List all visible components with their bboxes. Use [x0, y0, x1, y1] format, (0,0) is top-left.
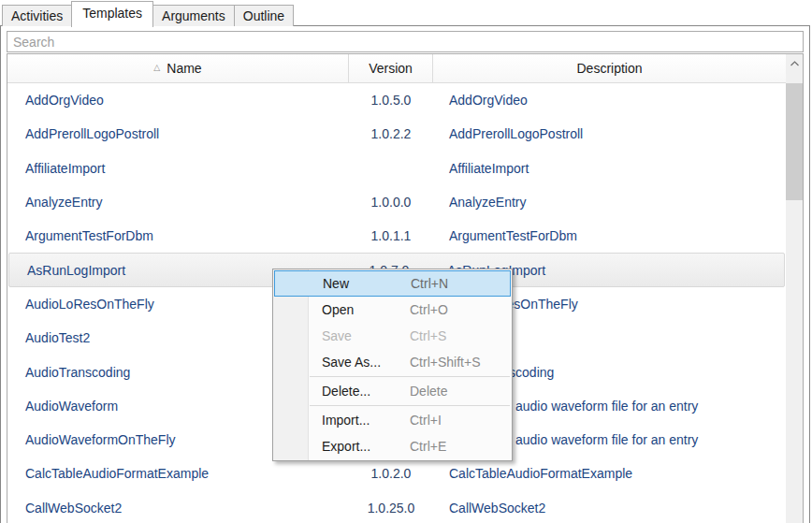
context-menu-item[interactable]: Import... Ctrl+I [273, 407, 512, 433]
tab-strip: Activities Templates Arguments Outline [0, 0, 810, 26]
templates-window: Activities Templates Arguments Outline △… [0, 0, 812, 523]
table-row[interactable]: CalcTableAudioFormatExample 1.0.2.0 Calc… [7, 457, 786, 490]
table-row[interactable]: ArgumentTestForDbm 1.0.1.1 ArgumentTestF… [7, 219, 786, 253]
context-menu-item[interactable]: Save As... Ctrl+Shift+S [273, 349, 512, 375]
menu-item-shortcut: Ctrl+O [410, 297, 448, 323]
menu-item-shortcut: Ctrl+N [411, 271, 448, 296]
menu-item-label: Save As... [322, 349, 381, 375]
menu-item-shortcut: Ctrl+Shift+S [410, 349, 480, 375]
menu-item-label: New [323, 271, 349, 296]
column-header-name-label: Name [167, 61, 201, 76]
chevron-up-icon [790, 61, 799, 66]
search-input[interactable] [7, 31, 804, 52]
context-menu-items: New Ctrl+N Open Ctrl+O Save Ctrl+S Save … [273, 270, 512, 459]
menu-item-label: Open [322, 297, 354, 323]
tab-arguments[interactable]: Arguments [152, 5, 235, 26]
template-version-cell: 1.0.2.0 [349, 466, 433, 481]
template-version-cell: 1.0.0.0 [349, 195, 433, 210]
menu-item-label: Save [322, 323, 352, 349]
scrollbar-thumb[interactable] [786, 83, 803, 200]
vertical-scrollbar[interactable] [786, 54, 803, 523]
template-description-cell: AddPrerollLogoPostroll [433, 126, 786, 141]
menu-item-shortcut: Ctrl+I [410, 407, 442, 433]
template-name-cell: AddPrerollLogoPostroll [7, 126, 349, 141]
menu-item-shortcut: Delete [410, 378, 447, 404]
context-menu-item[interactable]: Open Ctrl+O [273, 297, 512, 323]
template-version-cell: 1.0.5.0 [349, 93, 433, 108]
menu-item-label: Import... [322, 407, 370, 433]
column-header-description-label: Description [576, 61, 642, 76]
template-description-cell: ArgumentTestForDbm [433, 228, 786, 243]
template-description-cell: CallWebSocket2 [433, 501, 786, 516]
menu-item-shortcut: Ctrl+S [410, 323, 446, 349]
table-row[interactable]: AddPrerollLogoPostroll 1.0.2.2 AddPrerol… [7, 117, 786, 151]
menu-item-label: Export... [322, 433, 370, 459]
context-menu-item[interactable]: Export... Ctrl+E [273, 433, 512, 459]
template-name-cell: AnalyzeEntry [7, 195, 349, 210]
template-name-cell: ArgumentTestForDbm [7, 228, 349, 243]
tab-templates[interactable]: Templates [71, 1, 153, 27]
template-description-cell: CalcTableAudioFormatExample [433, 466, 786, 481]
table-row[interactable]: AffiliateImport AffiliateImport [7, 152, 786, 185]
template-description-cell: AddOrgVideo [433, 93, 786, 108]
menu-separator [310, 405, 510, 406]
scroll-up-button[interactable] [786, 54, 803, 73]
menu-separator [310, 376, 510, 377]
template-version-cell: 1.0.25.0 [349, 501, 433, 516]
table-row[interactable]: AnalyzeEntry 1.0.0.0 AnalyzeEntry [7, 185, 786, 219]
template-name-cell: CallWebSocket2 [7, 501, 349, 516]
template-name-cell: AddOrgVideo [7, 93, 349, 108]
context-menu: New Ctrl+N Open Ctrl+O Save Ctrl+S Save … [272, 269, 513, 461]
menu-item-shortcut: Ctrl+E [410, 433, 446, 459]
table-row[interactable]: CallWebSocket2 1.0.25.0 CallWebSocket2 [7, 491, 786, 523]
template-version-cell: 1.0.1.1 [349, 228, 433, 243]
template-name-cell: CalcTableAudioFormatExample [7, 466, 349, 481]
context-menu-item[interactable]: New Ctrl+N [274, 270, 511, 297]
table-header: △ Name Version Description [7, 54, 786, 83]
column-header-name[interactable]: △ Name [7, 54, 349, 82]
context-menu-item[interactable]: Delete... Delete [273, 378, 512, 404]
template-description-cell: AnalyzeEntry [433, 195, 786, 210]
tab-activities[interactable]: Activities [2, 5, 72, 26]
tab-outline[interactable]: Outline [234, 5, 294, 26]
menu-item-label: Delete... [322, 378, 370, 404]
column-header-description[interactable]: Description [433, 54, 786, 82]
table-row[interactable]: AddOrgVideo 1.0.5.0 AddOrgVideo [7, 83, 786, 117]
template-version-cell: 1.0.2.2 [349, 126, 433, 141]
column-header-version-label: Version [369, 61, 413, 76]
template-name-cell: AffiliateImport [7, 161, 349, 176]
sort-ascending-icon: △ [153, 63, 160, 72]
column-header-version[interactable]: Version [349, 54, 433, 82]
context-menu-item[interactable]: Save Ctrl+S [273, 323, 512, 349]
template-description-cell: AffiliateImport [433, 161, 786, 176]
